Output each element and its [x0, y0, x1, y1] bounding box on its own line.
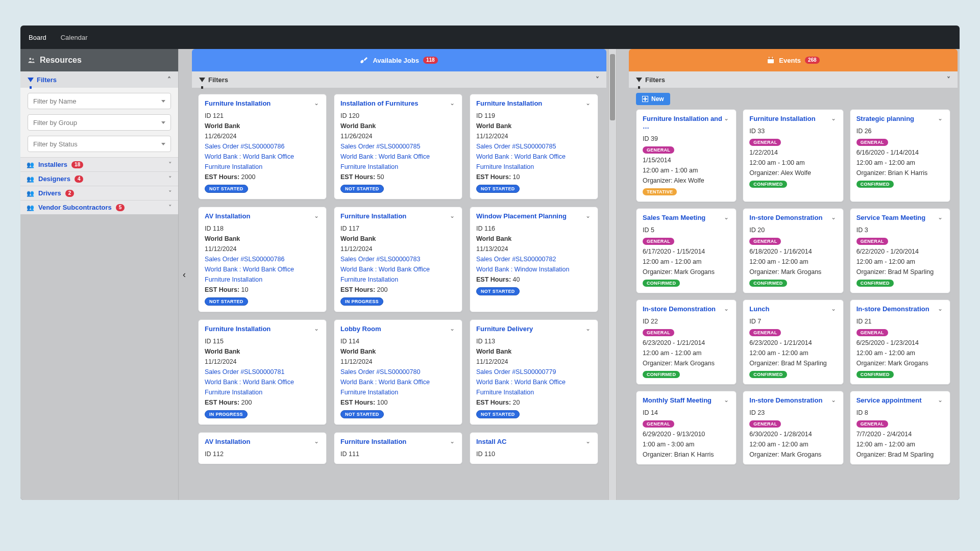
- card-menu-icon[interactable]: ⌄: [830, 115, 837, 122]
- card-menu-icon[interactable]: ⌄: [313, 325, 320, 332]
- job-location-link[interactable]: World Bank : World Bank Office: [340, 153, 456, 160]
- main-content: Resources Filters ˄ Filter by Name Filte…: [20, 49, 960, 500]
- card-menu-icon[interactable]: ⌄: [449, 99, 456, 107]
- resource-categories: 👥 Installers 18 ˅ 👥 Designers 4 ˅ 👥 Driv…: [20, 157, 178, 214]
- card-menu-icon[interactable]: ⌄: [830, 214, 837, 221]
- event-card[interactable]: Service Team Meeting ⌄ ID 3 GENERAL 6/22…: [850, 208, 950, 293]
- job-card[interactable]: Furniture Delivery ⌄ ID 113 World Bank 1…: [470, 319, 598, 425]
- job-location-link[interactable]: World Bank : World Bank Office: [205, 153, 320, 160]
- job-sales-order-link[interactable]: Sales Order #SLS00000785: [340, 143, 456, 150]
- jobs-scrollbar[interactable]: [608, 49, 617, 500]
- events-filters-toggle[interactable]: Filters ˅: [629, 71, 958, 88]
- job-card[interactable]: AV Installation ⌄ ID 112: [198, 432, 327, 464]
- card-menu-icon[interactable]: ⌄: [830, 396, 837, 404]
- job-type-link[interactable]: Furniture Installation: [340, 163, 456, 170]
- job-location-link[interactable]: World Bank : World Bank Office: [340, 266, 456, 273]
- card-menu-icon[interactable]: ⌄: [723, 115, 730, 122]
- job-card[interactable]: Furniture Installation ⌄ ID 117 World Ba…: [334, 207, 462, 312]
- job-card[interactable]: Furniture Installation ⌄ ID 115 World Ba…: [198, 319, 327, 425]
- resources-filters-toggle[interactable]: Filters ˄: [20, 71, 178, 88]
- card-menu-icon[interactable]: ⌄: [937, 115, 944, 122]
- event-card[interactable]: Furniture Installation ⌄ ID 33 GENERAL 1…: [743, 109, 843, 202]
- job-sales-order-link[interactable]: Sales Order #SLS00000785: [476, 143, 592, 150]
- resource-category-designers[interactable]: 👥 Designers 4 ˅: [20, 171, 178, 186]
- job-type-link[interactable]: Furniture Installation: [476, 163, 592, 170]
- event-id: ID 26: [856, 128, 944, 135]
- job-card[interactable]: Furniture Installation ⌄ ID 119 World Ba…: [470, 94, 598, 199]
- job-type-link[interactable]: Furniture Installation: [340, 276, 456, 283]
- resource-category-installers[interactable]: 👥 Installers 18 ˅: [20, 157, 178, 171]
- job-type-link[interactable]: Furniture Installation: [205, 389, 320, 396]
- event-card[interactable]: In-store Demonstration ⌄ ID 20 GENERAL 6…: [743, 208, 843, 293]
- event-card[interactable]: Monthly Staff Meeting ⌄ ID 14 GENERAL 6/…: [636, 391, 737, 465]
- job-sales-order-link[interactable]: Sales Order #SLS00000786: [205, 143, 320, 150]
- event-card[interactable]: In-store Demonstration ⌄ ID 21 GENERAL 6…: [850, 299, 950, 385]
- new-event-button[interactable]: New: [636, 93, 670, 105]
- card-menu-icon[interactable]: ⌄: [584, 212, 592, 219]
- card-menu-icon[interactable]: ⌄: [584, 325, 592, 332]
- job-location-link[interactable]: World Bank : World Bank Office: [205, 266, 320, 273]
- job-id: ID 111: [340, 450, 456, 458]
- jobs-title: Available Jobs: [373, 57, 419, 64]
- job-sales-order-link[interactable]: Sales Order #SLS00000786: [205, 256, 320, 263]
- card-menu-icon[interactable]: ⌄: [313, 438, 320, 445]
- card-menu-icon[interactable]: ⌄: [449, 212, 456, 219]
- card-menu-icon[interactable]: ⌄: [723, 396, 730, 404]
- event-card[interactable]: Furniture Installation and … ⌄ ID 39 GEN…: [636, 109, 737, 202]
- job-location-link[interactable]: World Bank : World Bank Office: [476, 379, 592, 386]
- event-dates: 6/18/2020 - 1/16/2014: [749, 248, 837, 255]
- filter-group-dropdown[interactable]: Filter by Group: [28, 114, 171, 131]
- card-menu-icon[interactable]: ⌄: [449, 325, 456, 332]
- scrollbar-thumb[interactable]: [610, 54, 615, 120]
- job-sales-order-link[interactable]: Sales Order #SLS00000779: [476, 368, 592, 375]
- job-location-link[interactable]: World Bank : World Bank Office: [340, 379, 456, 386]
- jobs-filters-toggle[interactable]: Filters ˅: [192, 71, 606, 88]
- event-card[interactable]: Sales Team Meeting ⌄ ID 5 GENERAL 6/17/2…: [636, 208, 737, 293]
- event-card[interactable]: Lunch ⌄ ID 7 GENERAL 6/23/2020 - 1/21/20…: [743, 299, 843, 385]
- job-location-link[interactable]: World Bank : World Bank Office: [476, 153, 592, 160]
- job-sales-order-link[interactable]: Sales Order #SLS00000783: [340, 256, 456, 263]
- job-sales-order-link[interactable]: Sales Order #SLS00000780: [340, 368, 456, 375]
- job-type-link[interactable]: Furniture Installation: [476, 389, 592, 396]
- card-menu-icon[interactable]: ⌄: [723, 214, 730, 221]
- event-card[interactable]: In-store Demonstration ⌄ ID 22 GENERAL 6…: [636, 299, 737, 385]
- job-card[interactable]: Furniture Installation ⌄ ID 121 World Ba…: [198, 94, 327, 199]
- job-card[interactable]: Furniture Installation ⌄ ID 111: [334, 432, 462, 464]
- resource-category-vendor-subcontractors[interactable]: 👥 Vendor Subcontractors 5 ˅: [20, 200, 178, 214]
- job-location-link[interactable]: World Bank : Window Installation: [476, 266, 592, 273]
- job-org: World Bank: [340, 348, 456, 355]
- resources-filter-body: Filter by Name Filter by Group Filter by…: [20, 88, 178, 157]
- card-menu-icon[interactable]: ⌄: [584, 438, 592, 445]
- job-card[interactable]: AV Installation ⌄ ID 118 World Bank 11/1…: [198, 207, 327, 312]
- filter-status-dropdown[interactable]: Filter by Status: [28, 136, 171, 152]
- card-menu-icon[interactable]: ⌄: [449, 438, 456, 445]
- job-card[interactable]: Install AC ⌄ ID 110: [470, 432, 598, 464]
- job-card[interactable]: Lobby Room ⌄ ID 114 World Bank 11/12/202…: [334, 319, 462, 425]
- tab-calendar[interactable]: Calendar: [58, 32, 91, 43]
- card-menu-icon[interactable]: ⌄: [830, 305, 837, 312]
- card-menu-icon[interactable]: ⌄: [937, 396, 944, 404]
- collapse-resources[interactable]: ‹: [179, 49, 190, 500]
- card-menu-icon[interactable]: ⌄: [313, 99, 320, 107]
- resource-category-drivers[interactable]: 👥 Drivers 2 ˅: [20, 186, 178, 200]
- job-type-link[interactable]: Furniture Installation: [340, 389, 456, 396]
- card-menu-icon[interactable]: ⌄: [937, 305, 944, 312]
- job-card[interactable]: Window Placement Planning ⌄ ID 116 World…: [470, 207, 598, 312]
- job-location-link[interactable]: World Bank : World Bank Office: [205, 379, 320, 386]
- card-menu-icon[interactable]: ⌄: [937, 214, 944, 221]
- job-type-link[interactable]: Furniture Installation: [205, 163, 320, 170]
- event-card[interactable]: Strategic planning ⌄ ID 26 GENERAL 6/16/…: [850, 109, 950, 202]
- event-card[interactable]: Service appointment ⌄ ID 8 GENERAL 7/7/2…: [850, 391, 950, 465]
- job-card[interactable]: Installation of Furnitures ⌄ ID 120 Worl…: [334, 94, 462, 199]
- job-sales-order-link[interactable]: Sales Order #SLS00000782: [476, 256, 592, 263]
- job-sales-order-link[interactable]: Sales Order #SLS00000781: [205, 368, 320, 375]
- card-menu-icon[interactable]: ⌄: [723, 305, 730, 312]
- category-label: Installers: [38, 161, 67, 168]
- job-type-link[interactable]: Furniture Installation: [205, 276, 320, 283]
- event-card[interactable]: In-store Demonstration ⌄ ID 23 GENERAL 6…: [743, 391, 843, 465]
- card-menu-icon[interactable]: ⌄: [313, 212, 320, 219]
- filter-name-dropdown[interactable]: Filter by Name: [28, 93, 171, 109]
- card-menu-icon[interactable]: ⌄: [584, 99, 592, 107]
- job-date: 11/12/2024: [340, 358, 456, 365]
- tab-board[interactable]: Board: [26, 32, 50, 43]
